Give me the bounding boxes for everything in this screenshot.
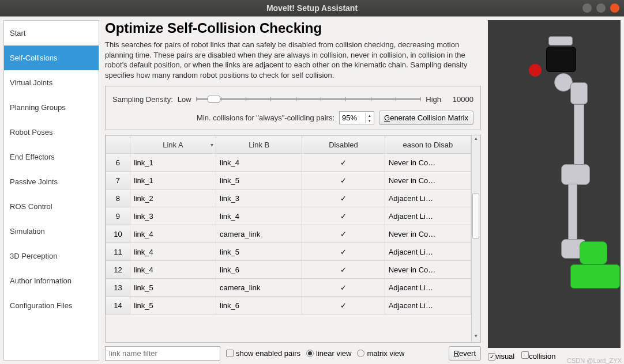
link-a-cell: link_1 [130, 172, 216, 189]
close-icon[interactable] [610, 3, 619, 13]
generate-collision-matrix-button[interactable]: Generate Collision Matrix [379, 111, 473, 125]
link-b-cell: link_6 [216, 297, 302, 314]
row-index: 9 [106, 207, 130, 225]
page-title: Optimize Self-Collision Checking [105, 20, 481, 36]
matrix-view-radio[interactable]: matrix view [357, 349, 404, 358]
density-value: 10000 [446, 95, 473, 104]
window-title: MoveIt! Setup Assistant [266, 3, 358, 13]
table-row[interactable]: 8link_2link_3✓Adjacent Li… [106, 189, 471, 207]
row-index: 12 [106, 261, 130, 279]
sidebar-item-planning-groups[interactable]: Planning Groups [4, 95, 99, 120]
link-a-cell: link_4 [130, 225, 216, 243]
link-a-cell: link_5 [130, 297, 216, 314]
link-a-cell: link_2 [130, 189, 216, 207]
link-a-cell: link_4 [130, 261, 216, 279]
table-row[interactable]: 11link_4link_5✓Adjacent Li… [106, 243, 471, 261]
linear-view-radio[interactable]: linear view [306, 349, 351, 358]
spinner-up-icon[interactable]: ▴ [366, 113, 374, 118]
slider-handle[interactable] [208, 96, 220, 103]
sidebar-item-ros-control[interactable]: ROS Control [4, 194, 99, 219]
maximize-icon[interactable] [596, 3, 606, 13]
link-b-cell: link_3 [216, 189, 302, 207]
disabled-checkbox[interactable]: ✓ [302, 154, 385, 172]
show-enabled-pairs-checkbox[interactable]: show enabled pairs [226, 349, 300, 358]
disabled-checkbox[interactable]: ✓ [302, 225, 385, 243]
sidebar-item-virtual-joints[interactable]: Virtual Joints [4, 70, 99, 95]
scroll-down-icon[interactable]: ▾ [472, 333, 480, 342]
table-header[interactable] [106, 136, 130, 154]
scroll-thumb[interactable] [472, 193, 479, 239]
table-row[interactable]: 7link_1link_5✓Never in Co… [106, 172, 471, 189]
sidebar-item-3d-perception[interactable]: 3D Perception [4, 244, 99, 268]
link-a-cell: link_1 [130, 154, 216, 172]
table-header[interactable]: Link A▾ [130, 136, 216, 154]
link-b-cell: link_4 [216, 154, 302, 172]
collision-checkbox[interactable]: collision [521, 351, 555, 361]
disabled-checkbox[interactable]: ✓ [302, 297, 385, 314]
reason-cell: Never in Co… [385, 154, 471, 172]
titlebar: MoveIt! Setup Assistant [0, 0, 624, 16]
table-header[interactable]: Link B [216, 136, 302, 154]
sidebar-item-self-collisions[interactable]: Self-Collisions [4, 46, 99, 70]
reason-cell: Never in Co… [385, 172, 471, 189]
revert-button[interactable]: Revert [449, 346, 481, 361]
density-panel: Sampling Density: Low High 10000 Min. co… [105, 86, 481, 130]
row-index: 7 [106, 172, 130, 189]
sidebar-item-author-information[interactable]: Author Information [4, 268, 99, 293]
table-header[interactable]: Disabled [302, 136, 385, 154]
table-row[interactable]: 13link_5camera_link✓Adjacent Li… [106, 279, 471, 297]
table-row[interactable]: 14link_5link_6✓Adjacent Li… [106, 297, 471, 314]
row-index: 13 [106, 279, 130, 297]
min-collisions-input[interactable] [340, 112, 365, 124]
disabled-checkbox[interactable]: ✓ [302, 189, 385, 207]
visual-checkbox[interactable]: visual [488, 352, 514, 361]
table-row[interactable]: 9link_3link_4✓Adjacent Li… [106, 207, 471, 225]
sidebar-item-start[interactable]: Start [4, 21, 99, 46]
sidebar-item-passive-joints[interactable]: Passive Joints [4, 169, 99, 194]
min-collisions-spinner[interactable]: ▴▾ [339, 111, 374, 124]
reason-cell: Adjacent Li… [385, 189, 471, 207]
sidebar-item-configuration-files[interactable]: Configuration Files [4, 293, 99, 318]
spinner-down-icon[interactable]: ▾ [366, 118, 374, 123]
reason-cell: Never in Co… [385, 261, 471, 279]
page-description: This searches for pairs of robot links t… [105, 40, 481, 80]
link-a-cell: link_5 [130, 279, 216, 297]
reason-cell: Never in Co… [385, 225, 471, 243]
reason-cell: Adjacent Li… [385, 297, 471, 314]
minimize-icon[interactable] [582, 3, 592, 13]
link-b-cell: link_5 [216, 172, 302, 189]
watermark: CSDN @Lord_ZYX [567, 357, 622, 364]
link-filter-input[interactable] [105, 346, 220, 361]
reason-cell: Adjacent Li… [385, 279, 471, 297]
sidebar-item-simulation[interactable]: Simulation [4, 219, 99, 244]
density-low: Low [178, 95, 191, 104]
table-scrollbar[interactable]: ▴ ▾ [471, 135, 480, 342]
sidebar-item-end-effectors[interactable]: End Effectors [4, 145, 99, 169]
table-header[interactable]: eason to Disab [385, 136, 471, 154]
sidebar: StartSelf-CollisionsVirtual JointsPlanni… [3, 20, 99, 361]
link-b-cell: link_4 [216, 207, 302, 225]
disabled-checkbox[interactable]: ✓ [302, 261, 385, 279]
sort-icon[interactable]: ▾ [210, 142, 213, 148]
table-row[interactable]: 6link_1link_4✓Never in Co… [106, 154, 471, 172]
row-index: 10 [106, 225, 130, 243]
table-row[interactable]: 10link_4camera_link✓Never in Co… [106, 225, 471, 243]
link-a-cell: link_3 [130, 207, 216, 225]
robot-viewport[interactable] [488, 20, 621, 348]
table-row[interactable]: 12link_4link_6✓Never in Co… [106, 261, 471, 279]
link-a-cell: link_4 [130, 243, 216, 261]
link-b-cell: link_5 [216, 243, 302, 261]
disabled-checkbox[interactable]: ✓ [302, 279, 385, 297]
scroll-up-icon[interactable]: ▴ [472, 135, 480, 145]
link-b-cell: camera_link [216, 225, 302, 243]
row-index: 14 [106, 297, 130, 314]
min-collisions-label: Min. collisions for "always"-colliding p… [197, 113, 334, 122]
disabled-checkbox[interactable]: ✓ [302, 207, 385, 225]
density-high: High [426, 95, 441, 104]
row-index: 11 [106, 243, 130, 261]
disabled-checkbox[interactable]: ✓ [302, 172, 385, 189]
sidebar-item-robot-poses[interactable]: Robot Poses [4, 120, 99, 145]
disabled-checkbox[interactable]: ✓ [302, 243, 385, 261]
reason-cell: Adjacent Li… [385, 207, 471, 225]
density-slider[interactable] [196, 93, 422, 105]
